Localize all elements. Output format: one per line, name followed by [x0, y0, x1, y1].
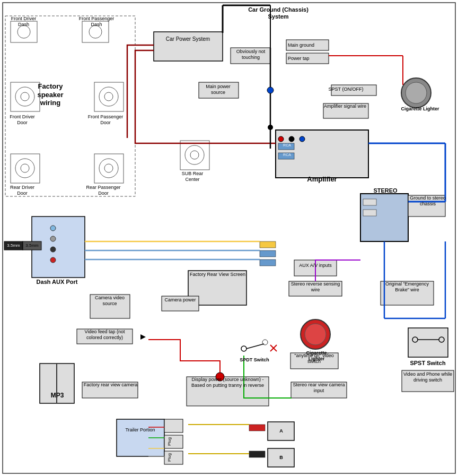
svg-rect-48 [260, 241, 276, 248]
svg-point-42 [50, 226, 56, 231]
ground-to-stereo-label: Ground to stereo chassis [409, 195, 446, 207]
plug-b-label: B [269, 455, 293, 461]
front-driver-dash-label: Front Driver Dash [6, 16, 41, 28]
obviously-not-touching-label: Obviously not touching [232, 49, 270, 60]
svg-point-103 [300, 136, 305, 142]
front-passenger-dash-label: Front Passenger Dash [78, 16, 114, 28]
front-driver-door-label: Front Driver Door [6, 114, 38, 126]
svg-point-26 [406, 82, 427, 103]
main-ground-label: Main ground [288, 42, 328, 48]
svg-rect-74 [164, 419, 183, 432]
factory-rear-view-camera-label: Factory rear view camera [82, 382, 139, 388]
svg-text:Plug: Plug [167, 453, 172, 462]
video-feed-tap-label: Video feed tap (not colored correctly) [76, 329, 133, 341]
svg-point-101 [278, 136, 284, 142]
original-emergency-brake-label: Original "Emergency Brake" wire [381, 281, 434, 293]
spst-on-off-label: SPST (ON/OFF) [323, 86, 368, 92]
amplifier-label: Amplifier [276, 175, 368, 184]
rca-label-1: RCA [280, 143, 294, 148]
anytime-on-video-label: "anytime on" video switch [289, 353, 339, 365]
factory-rear-view-screen-label: Factory Rear View Screen [190, 272, 245, 278]
3-5mm-right-label: 3.5mm [23, 243, 41, 248]
plug-a-label: A [269, 428, 293, 434]
svg-rect-50 [260, 259, 276, 266]
svg-point-44 [50, 247, 56, 252]
spst-switch-label: SPST Switch [404, 360, 452, 367]
svg-point-100 [267, 87, 274, 93]
svg-rect-49 [260, 250, 276, 257]
amplifier-signal-wire-label: Amplifier signal wire [323, 103, 367, 109]
3-5mm-left-label: 3.5mm [4, 243, 23, 248]
stereo-label: STEREO [362, 187, 409, 194]
camera-power-label: Camera power [162, 297, 198, 303]
svg-rect-79 [249, 451, 265, 457]
stereo-reverse-sensing-label: Stereo reverse sensing wire [289, 281, 342, 293]
svg-point-99 [268, 125, 273, 130]
trailer-portion-label: Trailer Portion [118, 427, 163, 433]
video-phone-switch-label: Video and Phone while driving switch [402, 371, 454, 383]
stereo-rear-view-camera-label: Stereo rear view camera input [290, 382, 347, 394]
rear-driver-door-label: Rear Driver Door [6, 185, 38, 196]
cigarette-lighter-top-label: Cigarette Lighter [400, 106, 440, 112]
mp3-label: MP3 [41, 392, 73, 399]
main-power-source-label: Main power source [199, 84, 237, 96]
wiring-diagram: Plug Plug Car Ground (Chassis) System Ca… [0, 0, 458, 476]
power-tap-label: Power tap [288, 56, 328, 62]
svg-point-102 [289, 136, 294, 142]
svg-text:Plug: Plug [167, 437, 172, 446]
svg-point-43 [50, 236, 56, 241]
car-power-label: Car Power System [155, 36, 221, 42]
factory-speaker-label: Factory speaker wiring [29, 82, 72, 107]
svg-point-57 [305, 324, 326, 345]
svg-rect-37 [363, 210, 376, 216]
display-power-label: Display power (source unknown) - Based o… [187, 377, 268, 388]
car-ground-label: Car Ground (Chassis) System [246, 6, 310, 20]
front-passenger-door-label: Front Passenger Door [87, 114, 124, 126]
spdt-switch-label: SPDT Switch [231, 357, 278, 363]
svg-rect-77 [249, 425, 265, 431]
svg-rect-36 [363, 199, 376, 205]
svg-point-45 [50, 257, 56, 263]
rca-label-2: RCA [280, 153, 294, 157]
dash-aux-port-label: Dash AUX Port [29, 279, 85, 285]
rear-passenger-door-label: Rear Passenger Door [85, 185, 122, 196]
camera-video-source-label: Camera video source [90, 295, 129, 307]
sub-rear-center-label: SUB Rear Center [174, 171, 211, 183]
aux-av-inputs-label: AUX A/V inputs [295, 263, 336, 269]
